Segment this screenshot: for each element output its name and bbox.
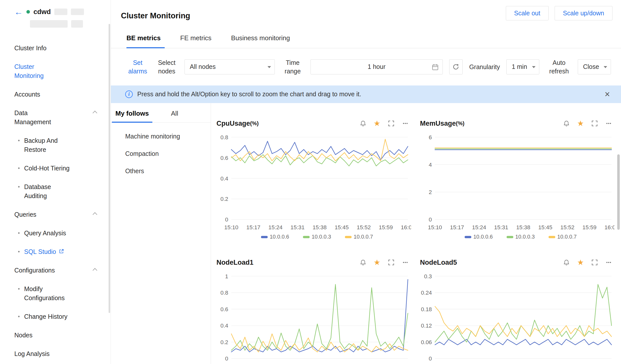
legend-label: 10.0.0.7 bbox=[354, 234, 373, 240]
sidebar-group-label: Data Management bbox=[14, 108, 59, 126]
favorite-star-icon[interactable]: ★ bbox=[577, 259, 584, 266]
line-chart-memusage[interactable]: 024615:1015:1715:2415:3115:3815:4515:521… bbox=[420, 129, 615, 245]
back-arrow-icon[interactable]: ← bbox=[14, 8, 23, 16]
more-options-icon[interactable] bbox=[402, 259, 409, 266]
x-tick-label: 15:24 bbox=[472, 363, 486, 364]
sidebar-item-query-analysis[interactable]: Query Analysis bbox=[0, 224, 111, 242]
x-tick-label: 15:45 bbox=[538, 224, 552, 230]
line-chart-nodeload1[interactable]: 00.20.40.60.8115:1015:1715:2415:3115:381… bbox=[216, 268, 411, 364]
x-tick-label: 15:59 bbox=[379, 363, 393, 364]
fullscreen-icon[interactable] bbox=[387, 259, 395, 266]
sidebar-item-cluster-monitoring[interactable]: Cluster Monitoring bbox=[0, 57, 111, 85]
series-line bbox=[231, 139, 408, 161]
set-alarms-link[interactable]: Set alarms bbox=[126, 58, 149, 75]
favorite-star-icon[interactable]: ★ bbox=[373, 259, 381, 266]
legend-item[interactable]: 10.0.0.6 bbox=[261, 234, 289, 240]
x-tick-label: 15:31 bbox=[494, 363, 508, 364]
sidebar-item-label: Database Auditing bbox=[24, 182, 74, 200]
time-range-value: 1 hour bbox=[368, 63, 385, 70]
calendar-icon bbox=[431, 63, 439, 71]
x-tick-label: 15:10 bbox=[428, 363, 442, 364]
granularity-select[interactable]: 1 min bbox=[506, 59, 539, 74]
y-tick-label: 0.24 bbox=[421, 290, 432, 296]
tab-business-monitoring[interactable]: Business monitoring bbox=[231, 34, 290, 48]
main-panel: Cluster Monitoring Scale out Scale up/do… bbox=[111, 0, 621, 364]
fullscreen-icon[interactable] bbox=[591, 120, 598, 127]
legend-item[interactable]: 10.0.0.3 bbox=[507, 234, 535, 240]
y-tick-label: 0 bbox=[429, 355, 432, 362]
alarm-bell-icon[interactable] bbox=[563, 259, 570, 266]
more-options-icon[interactable] bbox=[605, 120, 612, 127]
legend-item[interactable]: 10.0.0.7 bbox=[345, 234, 373, 240]
refresh-button[interactable] bbox=[449, 59, 463, 74]
sidebar-item-backup-and-restore[interactable]: Backup And Restore bbox=[0, 131, 111, 159]
sidebar-item-label: Backup And Restore bbox=[24, 136, 74, 154]
chevron-down-icon bbox=[268, 66, 271, 68]
nodes-select[interactable]: All nodes bbox=[185, 59, 275, 74]
legend-item[interactable]: 10.0.0.7 bbox=[548, 234, 576, 240]
chart-card-nodeload1: NodeLoad1 ★ 00.20.40.60.8115:1015:1715:2… bbox=[216, 259, 411, 364]
more-options-icon[interactable] bbox=[605, 259, 612, 266]
sidebar-item-cold-hot-tiering[interactable]: Cold-Hot Tiering bbox=[0, 159, 111, 177]
sidebar-item-database-auditing[interactable]: Database Auditing bbox=[0, 177, 111, 205]
alarm-bell-icon[interactable] bbox=[359, 259, 367, 266]
x-tick-label: 16:06 bbox=[401, 224, 411, 230]
line-chart-cpuusage[interactable]: 00.20.40.60.815:1015:1715:2415:3115:3815… bbox=[216, 129, 411, 245]
alarm-bell-icon[interactable] bbox=[563, 120, 570, 127]
favorite-star-icon[interactable]: ★ bbox=[373, 120, 381, 127]
favorite-star-icon[interactable]: ★ bbox=[577, 120, 584, 127]
sidebar-item-modify-configurations[interactable]: Modify Configurations bbox=[0, 280, 111, 307]
granularity-select-value: 1 min bbox=[512, 63, 527, 70]
more-options-icon[interactable] bbox=[402, 120, 409, 127]
sidebar-group-data-management[interactable]: Data Management bbox=[0, 104, 111, 131]
sidebar-group-configurations[interactable]: Configurations bbox=[0, 261, 111, 280]
banner-close-button[interactable]: × bbox=[603, 89, 611, 99]
sidebar-item-log-analysis[interactable]: Log Analysis bbox=[0, 344, 111, 363]
chevron-up-icon bbox=[93, 212, 97, 217]
chart-card-cpuusage: CpuUsage(%) ★ 00.20.40.60.815:1015:1715:… bbox=[216, 120, 411, 245]
time-range-input[interactable]: 1 hour bbox=[310, 59, 443, 74]
sidebar-group-queries[interactable]: Queries bbox=[0, 205, 111, 224]
filter-item-others[interactable]: Others bbox=[111, 162, 211, 180]
sidebar-item-accounts[interactable]: Accounts bbox=[0, 85, 111, 104]
alarm-bell-icon[interactable] bbox=[359, 120, 367, 127]
charts-scrollbar[interactable] bbox=[617, 154, 620, 230]
y-tick-label: 0.6 bbox=[220, 155, 228, 161]
legend-item[interactable]: 10.0.0.6 bbox=[465, 234, 493, 240]
chart-title: MemUsage bbox=[420, 120, 456, 127]
fullscreen-icon[interactable] bbox=[591, 259, 598, 266]
line-chart-nodeload5[interactable]: 00.060.120.180.240.315:1015:1715:2415:31… bbox=[420, 268, 615, 364]
x-tick-label: 15:52 bbox=[560, 224, 574, 230]
tab-my-follows[interactable]: My follows bbox=[112, 110, 152, 122]
sidebar-item-sql-studio[interactable]: SQL Studio bbox=[0, 242, 111, 261]
scale-out-button[interactable]: Scale out bbox=[506, 6, 549, 20]
y-tick-label: 0.2 bbox=[220, 196, 228, 202]
x-tick-label: 15:38 bbox=[313, 224, 327, 230]
tab-fe-metrics[interactable]: FE metrics bbox=[180, 34, 211, 48]
legend-marker bbox=[465, 236, 471, 238]
redacted-text bbox=[71, 9, 84, 15]
sidebar-item-label: Cold-Hot Tiering bbox=[24, 164, 70, 173]
sidebar-item-nodes[interactable]: Nodes bbox=[0, 326, 111, 344]
tab-all[interactable]: All bbox=[167, 110, 182, 122]
tab-be-metrics[interactable]: BE metrics bbox=[126, 34, 161, 48]
auto-refresh-select[interactable]: Close bbox=[578, 59, 611, 74]
scale-updown-button[interactable]: Scale up/down bbox=[555, 6, 612, 20]
x-tick-label: 15:52 bbox=[357, 224, 371, 230]
x-tick-label: 15:38 bbox=[516, 224, 530, 230]
legend-item[interactable]: 10.0.0.3 bbox=[303, 234, 331, 240]
sidebar-item-change-history[interactable]: Change History bbox=[0, 307, 111, 326]
info-icon bbox=[125, 90, 133, 98]
redacted-text bbox=[54, 9, 67, 15]
sidebar-item-label: Change History bbox=[24, 312, 67, 321]
filter-item-machine-monitoring[interactable]: Machine monitoring bbox=[111, 128, 211, 145]
series-line bbox=[231, 284, 408, 350]
y-tick-label: 0 bbox=[429, 216, 432, 223]
x-tick-label: 15:17 bbox=[450, 224, 464, 230]
x-tick-label: 15:10 bbox=[224, 363, 238, 364]
sidebar-item-cluster-info[interactable]: Cluster Info bbox=[0, 39, 111, 57]
sidebar-scrollbar[interactable] bbox=[109, 24, 110, 313]
filter-item-compaction[interactable]: Compaction bbox=[111, 145, 211, 162]
x-tick-label: 15:24 bbox=[269, 363, 283, 364]
fullscreen-icon[interactable] bbox=[387, 120, 395, 127]
